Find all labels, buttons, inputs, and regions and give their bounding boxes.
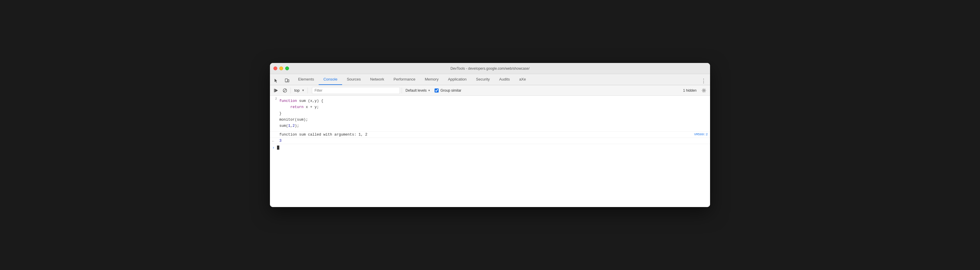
code-text-1: sum (x,y) { bbox=[299, 99, 324, 103]
code-content: function sum (x,y) { return x + y; } mon… bbox=[279, 96, 708, 131]
levels-arrow-icon: ▼ bbox=[428, 89, 430, 92]
output-text: function sum called with arguments: 1, 2 bbox=[279, 133, 694, 137]
toolbar-divider-2 bbox=[307, 88, 308, 93]
code-text-5a: sum( bbox=[279, 124, 288, 128]
console-content: 2 function sum (x,y) { return x + y; } m… bbox=[270, 96, 710, 207]
console-settings-button[interactable] bbox=[700, 87, 708, 94]
svg-marker-3 bbox=[275, 89, 278, 92]
tab-bar: Elements Console Sources Network Perform… bbox=[270, 74, 710, 85]
filter-input[interactable] bbox=[312, 87, 400, 94]
console-prompt-line[interactable]: › bbox=[270, 144, 710, 151]
svg-rect-1 bbox=[288, 80, 289, 82]
levels-dropdown-button[interactable]: Default levels ▼ bbox=[404, 88, 432, 93]
console-result-line: ← 3 bbox=[270, 138, 710, 144]
close-button[interactable] bbox=[274, 66, 277, 70]
device-toolbar-button[interactable] bbox=[283, 77, 291, 85]
code-line-2: return x + y; bbox=[279, 104, 708, 111]
svg-line-6 bbox=[283, 89, 286, 92]
prompt-arrow-icon: › bbox=[272, 145, 275, 150]
block-requests-button[interactable] bbox=[281, 87, 289, 94]
gear-icon bbox=[702, 88, 706, 93]
maximize-button[interactable] bbox=[285, 66, 289, 70]
line-number: 2 bbox=[272, 96, 279, 101]
clear-console-button[interactable] bbox=[272, 87, 280, 94]
svg-point-7 bbox=[703, 90, 705, 91]
keyword-return: return bbox=[291, 105, 304, 109]
main-tabs: Elements Console Sources Network Perform… bbox=[293, 74, 700, 85]
tab-security[interactable]: Security bbox=[471, 74, 495, 85]
toolbar-divider-3 bbox=[402, 88, 402, 93]
code-line-5: sum(1,2); bbox=[279, 123, 708, 129]
tab-bar-right: ⋮ bbox=[700, 77, 708, 85]
block-icon bbox=[283, 88, 287, 93]
code-text-4: monitor(sum); bbox=[279, 118, 308, 122]
group-similar-text: Group similar bbox=[441, 88, 461, 93]
levels-label: Default levels bbox=[406, 88, 426, 93]
tab-network[interactable]: Network bbox=[366, 74, 389, 85]
code-text-2: x + y; bbox=[306, 105, 319, 109]
code-num-1: 1 bbox=[288, 124, 291, 128]
tab-axe[interactable]: aXe bbox=[514, 74, 530, 85]
result-value: 3 bbox=[279, 139, 282, 143]
tab-audits[interactable]: Audits bbox=[495, 74, 514, 85]
group-similar-label[interactable]: Group similar bbox=[434, 88, 461, 93]
more-tabs-button[interactable]: ⋮ bbox=[700, 77, 708, 85]
prompt-cursor bbox=[277, 145, 279, 150]
keyword-function: function bbox=[279, 99, 297, 103]
code-line-3: } bbox=[279, 111, 708, 117]
tab-sources[interactable]: Sources bbox=[342, 74, 366, 85]
title-bar: DevTools - developers.google.com/web/sho… bbox=[270, 63, 710, 74]
tab-memory[interactable]: Memory bbox=[420, 74, 443, 85]
code-num-2: 2 bbox=[293, 124, 295, 128]
context-select-wrapper[interactable]: top ▼ bbox=[293, 87, 306, 94]
devtools-window: DevTools - developers.google.com/web/sho… bbox=[270, 63, 710, 207]
result-arrow-icon: ← bbox=[272, 139, 277, 143]
tab-application[interactable]: Application bbox=[443, 74, 471, 85]
traffic-lights bbox=[274, 66, 289, 70]
hidden-count: 1 hidden bbox=[683, 88, 697, 93]
code-line-1: function sum (x,y) { bbox=[279, 98, 708, 104]
output-arrow-icon bbox=[272, 133, 277, 137]
inspect-element-button[interactable] bbox=[272, 77, 280, 85]
tab-console[interactable]: Console bbox=[319, 74, 342, 85]
output-source-link[interactable]: VM580:2 bbox=[694, 133, 708, 137]
window-title: DevTools - developers.google.com/web/sho… bbox=[450, 66, 529, 71]
code-text-5c: ); bbox=[295, 124, 299, 128]
cursor-icon bbox=[274, 78, 279, 84]
console-code-entry: 2 function sum (x,y) { return x + y; } m… bbox=[270, 96, 710, 132]
tab-elements[interactable]: Elements bbox=[293, 74, 319, 85]
code-line-4: monitor(sum); bbox=[279, 117, 708, 123]
group-similar-checkbox[interactable] bbox=[434, 88, 439, 93]
console-toolbar: top ▼ Default levels ▼ Group similar 1 h… bbox=[270, 85, 710, 96]
code-text-3: } bbox=[279, 112, 282, 116]
run-icon bbox=[274, 88, 278, 93]
minimize-button[interactable] bbox=[279, 66, 283, 70]
context-select[interactable]: top bbox=[293, 87, 306, 94]
indent-1 bbox=[279, 105, 288, 109]
device-icon bbox=[285, 79, 289, 83]
tab-bar-tools bbox=[272, 77, 291, 85]
tab-performance[interactable]: Performance bbox=[389, 74, 420, 85]
console-output-line: function sum called with arguments: 1, 2… bbox=[270, 132, 710, 138]
code-text-5b: , bbox=[291, 124, 293, 128]
